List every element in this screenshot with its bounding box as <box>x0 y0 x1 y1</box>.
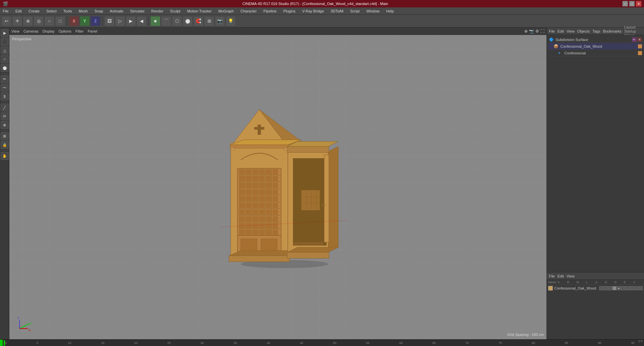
rb-menu-view[interactable]: View <box>567 274 575 278</box>
viewport-menu-view[interactable]: View <box>11 29 20 33</box>
left-tool-sphere[interactable]: ○ <box>1 55 9 63</box>
col-m: M <box>576 280 586 284</box>
menu-script[interactable]: Script <box>349 8 361 14</box>
mat-btn-3[interactable]: · <box>608 286 612 290</box>
menu-pipeline[interactable]: Pipeline <box>262 8 278 14</box>
select-button[interactable]: ■ <box>150 16 160 26</box>
menu-tools[interactable]: Tools <box>62 8 73 14</box>
maximize-button[interactable]: □ <box>629 1 635 6</box>
viewport-icon-camera[interactable]: 📷 <box>529 29 534 34</box>
menu-mesh[interactable]: Mesh <box>77 8 89 14</box>
x-axis-button[interactable]: X <box>69 16 79 26</box>
viewport[interactable]: Perspective Grid Spacing : 100 cm Y X Z <box>9 35 546 339</box>
menu-render[interactable]: Render <box>150 8 165 14</box>
right-menu-view[interactable]: View <box>567 29 575 33</box>
menu-create[interactable]: Create <box>27 8 41 14</box>
menu-snap[interactable]: Snap <box>93 8 105 14</box>
light-button[interactable]: 💡 <box>226 16 236 26</box>
viewport-icon-settings[interactable]: ⚙ <box>535 29 539 34</box>
mat-row[interactable]: Confessional_Oak_Wood · · · · ● · · · · … <box>547 285 644 292</box>
left-tool-spline[interactable]: 〜 <box>1 84 9 92</box>
left-tool-pointer[interactable]: ▶ <box>1 29 9 37</box>
menu-file[interactable]: File <box>1 8 10 14</box>
render-view-button[interactable]: 🖼 <box>104 16 114 26</box>
mat-btn-6[interactable]: · <box>621 286 625 290</box>
y-axis-button[interactable]: Y <box>80 16 90 26</box>
undo-button[interactable]: ↩ <box>1 16 11 26</box>
lasso-button[interactable]: ⌒ <box>161 16 171 26</box>
menu-3dtoall[interactable]: 3DToAll <box>329 8 345 14</box>
tool4-button[interactable]: ○ <box>44 16 54 26</box>
left-tool-edge[interactable]: ╱ <box>1 103 9 112</box>
menu-character[interactable]: Character <box>239 8 258 14</box>
tool2-button[interactable]: ⊕ <box>23 16 33 26</box>
left-tool-grid-paint[interactable]: ⊞ <box>1 132 9 140</box>
mat-btn-8[interactable]: · <box>630 286 634 290</box>
move-tool-button[interactable]: ✛ <box>12 16 22 26</box>
menu-plugins[interactable]: Plugins <box>282 8 297 14</box>
tool3-button[interactable]: ◎ <box>34 16 44 26</box>
mat-btn-4[interactable]: · <box>612 286 616 290</box>
om-btn-close-sub[interactable]: ✕ <box>637 37 642 42</box>
viewport-icon-move[interactable]: ⊕ <box>524 29 528 34</box>
menu-window[interactable]: Window <box>365 8 381 14</box>
viewport-menu-display[interactable]: Display <box>42 29 54 33</box>
magnet-button[interactable]: 🧲 <box>193 16 203 26</box>
render3-button[interactable]: ◀ <box>137 16 147 26</box>
left-tool-pyramid[interactable]: △ <box>1 46 9 54</box>
left-tool-loop[interactable]: ⟳ <box>1 112 9 120</box>
mat-btn-1[interactable]: · <box>599 286 603 290</box>
mat-btn-7[interactable]: · <box>626 286 630 290</box>
menu-simulate[interactable]: Simulate <box>129 8 146 14</box>
mat-btn-2[interactable]: · <box>604 286 608 290</box>
mat-btn-5[interactable]: ● <box>617 286 621 290</box>
grid-button[interactable]: ⊞ <box>204 16 214 26</box>
tool5-button[interactable]: □ <box>55 16 65 26</box>
viewport-menu-panel[interactable]: Panel <box>88 29 97 33</box>
om-btn-edit-sub[interactable]: ✏ <box>632 37 637 42</box>
z-axis-button[interactable]: Z <box>90 16 101 26</box>
menu-select[interactable]: Select <box>45 8 58 14</box>
om-color-confessional[interactable] <box>638 51 642 55</box>
viewport-menu-filter[interactable]: Filter <box>75 29 83 33</box>
mat-btn-9[interactable]: · <box>634 286 638 290</box>
mat-btn-10[interactable]: · <box>639 286 643 290</box>
close-button[interactable]: ✕ <box>636 1 641 6</box>
om-row-subdivision[interactable]: 🔷 Subdivision Surface ✏ ✕ <box>548 36 643 43</box>
right-menu-edit[interactable]: Edit <box>558 29 564 33</box>
rb-menu-file[interactable]: File <box>549 274 555 278</box>
right-menu-tags[interactable]: Tags <box>593 29 600 33</box>
menu-edit[interactable]: Edit <box>14 8 23 14</box>
svg-rect-90 <box>266 230 271 235</box>
menu-sculpt[interactable]: Sculpt <box>169 8 182 14</box>
right-menu-bookmarks[interactable]: Bookmarks <box>603 29 621 33</box>
om-row-oak-wood[interactable]: 📦 Confessional_Oak_Wood <box>548 43 643 50</box>
left-tool-move[interactable]: ⊕ <box>1 121 9 129</box>
right-menu-objects[interactable]: Objects <box>577 29 590 33</box>
viewport-icon-fullscreen[interactable]: ⛶ <box>540 29 544 34</box>
viewport-menu-options[interactable]: Options <box>59 29 71 33</box>
left-tool-hand[interactable]: ✋ <box>1 152 9 160</box>
render2-button[interactable]: ▶ <box>126 16 136 26</box>
timeline-content[interactable]: 0 5 10 15 20 25 30 35 40 45 50 55 60 65 … <box>3 340 637 346</box>
left-tool-cube[interactable]: ⬛ <box>1 38 9 46</box>
minimize-button[interactable]: ─ <box>622 1 628 6</box>
menu-mograph[interactable]: MoGraph <box>217 8 235 14</box>
menu-vray[interactable]: V-Ray Bridge <box>301 8 326 14</box>
render-button[interactable]: ▷ <box>115 16 125 26</box>
menu-animate[interactable]: Animate <box>109 8 125 14</box>
left-tool-cylinder[interactable]: ⬤ <box>1 64 9 72</box>
select4-button[interactable]: ⬤ <box>183 16 193 26</box>
select3-button[interactable]: ⬡ <box>172 16 182 26</box>
om-row-confessional[interactable]: ✦ Confessional <box>548 50 643 56</box>
rb-menu-edit[interactable]: Edit <box>558 274 564 278</box>
right-menu-file[interactable]: File <box>549 29 555 33</box>
menu-help[interactable]: Help <box>385 8 395 14</box>
menu-motion-tracker[interactable]: Motion Tracker <box>186 8 213 14</box>
left-tool-pen[interactable]: ✏ <box>1 75 9 83</box>
viewport-menu-cameras[interactable]: Cameras <box>24 29 39 33</box>
om-color-oak[interactable] <box>638 44 642 48</box>
left-tool-paint[interactable]: 🔒 <box>1 141 9 149</box>
camera-button[interactable]: 📷 <box>215 16 225 26</box>
left-tool-dollar[interactable]: $ <box>1 92 9 100</box>
